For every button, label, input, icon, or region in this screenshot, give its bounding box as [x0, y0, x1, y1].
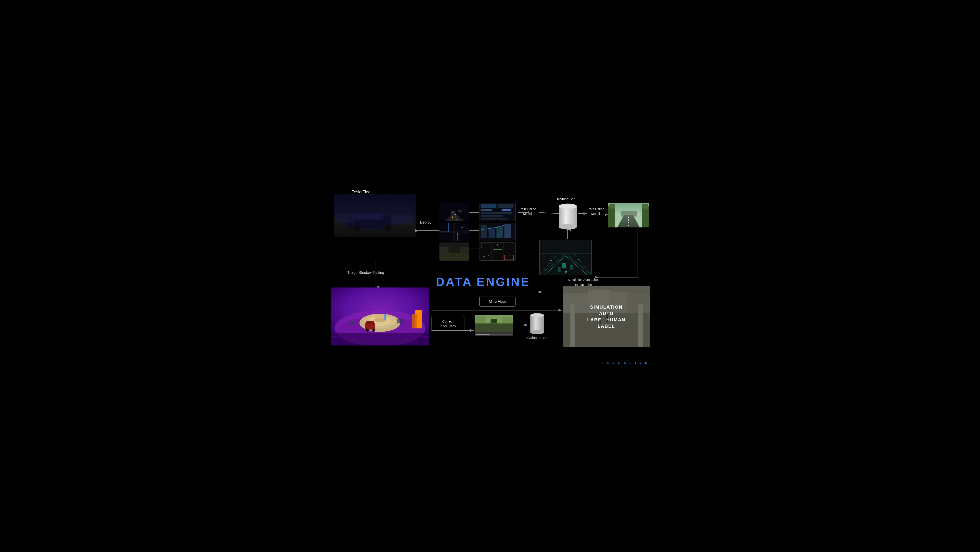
driving-image: [608, 203, 649, 227]
svg-point-74: [559, 224, 577, 230]
mine-fleet-button[interactable]: Mine Fleet: [479, 297, 515, 306]
sim-auto-label-image: SIMULATION AUTO LABEL HUMAN LABEL: [563, 286, 650, 347]
svg-rect-125: [490, 319, 497, 324]
svg-rect-61: [504, 224, 511, 238]
train-online-label: Train Online Model: [519, 207, 536, 216]
svg-rect-91: [558, 267, 560, 272]
svg-rect-50: [480, 204, 496, 207]
triage-shadow-testing-label: Triage Shadow Testing: [347, 270, 384, 275]
svg-rect-34: [458, 210, 462, 212]
svg-rect-37: [453, 223, 455, 241]
svg-rect-60: [496, 226, 503, 238]
svg-rect-121: [476, 316, 485, 323]
svg-rect-90: [562, 263, 566, 268]
svg-rect-43: [439, 253, 469, 261]
svg-rect-78: [608, 206, 615, 227]
svg-rect-85: [540, 240, 592, 275]
data-engine-label: DATA ENGINE: [436, 275, 530, 289]
simulation-box: [539, 240, 592, 275]
svg-rect-5: [354, 214, 366, 219]
slide: Tesla Fleet: [325, 183, 655, 369]
model-box-2: [479, 223, 515, 241]
svg-rect-84: [621, 211, 637, 217]
triage-shadow-image: [331, 287, 429, 346]
svg-rect-126: [530, 315, 544, 332]
svg-point-76: [561, 204, 574, 208]
svg-rect-58: [480, 225, 487, 238]
svg-point-40: [444, 235, 444, 236]
svg-rect-10: [336, 214, 354, 223]
svg-rect-56: [502, 209, 511, 211]
svg-point-111: [384, 314, 387, 316]
svg-rect-122: [502, 317, 512, 323]
camera-thumb-1: [439, 203, 469, 221]
svg-point-94: [578, 258, 579, 260]
svg-point-41: [461, 227, 463, 228]
train-offline-label: Train Offline Model: [587, 207, 604, 216]
svg-rect-33: [451, 211, 455, 214]
svg-point-129: [532, 314, 542, 317]
deploy-label: Deploy: [420, 220, 431, 225]
training-set-cylinder: [558, 203, 578, 231]
svg-rect-59: [488, 227, 495, 238]
svg-rect-110: [385, 316, 386, 321]
svg-rect-107: [366, 321, 374, 324]
svg-rect-92: [570, 265, 573, 270]
svg-point-95: [565, 271, 567, 273]
svg-rect-73: [559, 206, 577, 227]
sim-overlay-text: SIMULATION AUTO LABEL HUMAN LABEL: [585, 304, 628, 329]
svg-rect-51: [498, 204, 514, 207]
svg-point-105: [374, 315, 386, 319]
svg-point-127: [530, 330, 544, 334]
evaluation-set-cylinder: [529, 313, 545, 335]
svg-rect-116: [397, 319, 404, 324]
evaluation-set-label: Evaluation Set: [527, 336, 549, 340]
svg-point-93: [550, 260, 552, 261]
svg-rect-53: [480, 212, 512, 214]
svg-rect-55: [480, 218, 508, 220]
svg-rect-54: [480, 215, 503, 217]
svg-point-109: [372, 329, 375, 332]
svg-rect-113: [412, 314, 417, 329]
svg-point-108: [366, 329, 369, 332]
tesla-live-watermark: T E S L A L I V E: [601, 361, 649, 365]
svg-rect-6: [368, 214, 381, 219]
svg-point-8: [385, 225, 392, 231]
svg-point-7: [353, 225, 360, 231]
svg-rect-52: [480, 209, 492, 211]
svg-point-72: [497, 244, 498, 246]
svg-rect-79: [609, 204, 615, 209]
svg-rect-81: [642, 204, 648, 209]
svg-rect-114: [331, 333, 429, 346]
svg-rect-9: [391, 215, 413, 225]
svg-rect-80: [642, 206, 649, 227]
camera-thumb-3: [439, 242, 469, 261]
tesla-fleet-image: [334, 194, 415, 237]
correct-inaccuracy-box[interactable]: Correct Inaccuracy: [431, 316, 465, 331]
model-box-3: [479, 242, 515, 261]
svg-rect-117: [349, 321, 355, 325]
svg-point-71: [488, 255, 489, 256]
camera-thumb-2: [439, 223, 469, 241]
model-box-1: [479, 203, 515, 221]
svg-rect-48: [439, 242, 469, 247]
svg-line-16: [539, 212, 558, 214]
video-thumbnail: [475, 315, 513, 337]
svg-point-70: [483, 256, 485, 257]
training-set-label: Training Set: [557, 197, 574, 201]
